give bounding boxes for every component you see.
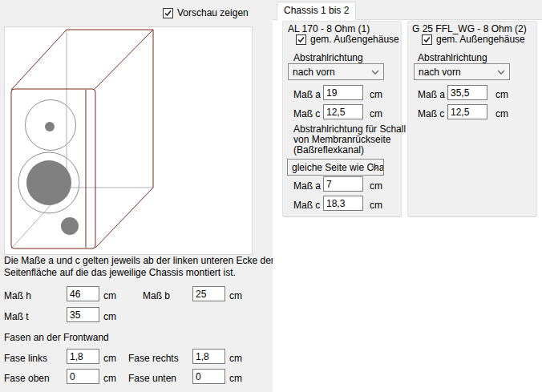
chassis-1-rear-mass-a-label: Maß a [293,180,321,192]
chassis-1-mass-a-input[interactable] [323,85,363,100]
chassis-1-shared-enclosure-checkbox[interactable]: gem. Außengehäuse [296,34,399,45]
fase-oben-unit: cm [103,373,116,384]
chassis-1-direction-dropdown[interactable]: nach vorn [288,63,384,80]
enclosure-preview-drawing [4,26,253,255]
mass-h-unit: cm [103,290,116,301]
mass-b-unit: cm [229,290,242,301]
chevron-down-icon [371,70,379,75]
fase-links-unit: cm [103,353,116,364]
chassis-1-rear-mass-c-unit: cm [370,200,382,211]
chassis-1-rear-mass-a-unit: cm [370,180,382,192]
fase-unten-label: Fase unten [128,373,176,384]
chamfers-section-title: Fasen an der Frontwand [4,332,109,343]
chassis-1-mass-a-label: Maß a [293,89,321,100]
chassis-1-mass-c-unit: cm [370,108,382,119]
checkbox-checked-icon[interactable] [296,34,306,45]
fase-rechts-input[interactable] [192,349,225,364]
tab-label: Chassis 1 bis 2 [284,5,349,16]
fase-oben-input[interactable] [67,369,99,384]
chassis-1-mass-a-unit: cm [370,89,382,100]
enclosure-editor-window: { "preview": { "label": "Vorschau zeigen… [0,0,542,392]
chassis-2-shared-enclosure-checkbox[interactable]: gem. Außengehäuse [422,34,525,45]
chassis-1-direction-label: Abstrahlrichtung [293,52,363,63]
preview-checkbox[interactable]: Vorschau zeigen [163,7,249,18]
fase-unten-unit: cm [229,373,242,384]
fase-links-input[interactable] [67,349,99,364]
chassis-2-direction-label: Abstrahlrichtung [418,52,487,63]
chassis-1-groupbox: AL 170 - 8 Ohm (1) gem. Außengehäuse Abs… [282,21,402,217]
checkbox-checked-icon[interactable] [163,8,173,18]
shared-enclosure-label: gem. Außengehäuse [310,34,399,45]
chassis-1-rear-mass-c-input[interactable] [323,196,363,211]
tab-chassis-1-bis-2[interactable]: Chassis 1 bis 2 [277,2,356,20]
speaker-wireframe [5,27,252,254]
dropdown-value: gleiche Seite wie Chassi [292,162,384,173]
chassis-2-mass-a-unit: cm [495,89,508,100]
mass-b-label: Maß b [143,290,170,301]
rear-direction-label-line2: von Membranrückseite [293,134,390,145]
fase-rechts-label: Fase rechts [128,353,179,364]
bassreflex-port [61,217,79,235]
chassis-2-mass-c-label: Maß c [418,108,444,119]
mass-t-unit: cm [103,311,116,322]
rear-direction-label-line3: (Baßreflexkanal) [293,144,364,156]
shared-enclosure-label: gem. Außengehäuse [436,34,525,45]
chassis-2-title: G 25 FFL_WG - 8 Ohm (2) [412,23,527,34]
mass-h-input[interactable] [67,286,99,301]
chassis-1-rear-mass-c-label: Maß c [293,200,320,211]
chassis-2-mass-c-unit: cm [495,108,508,119]
fase-oben-label: Fase oben [4,373,50,384]
chassis-2-mass-c-input[interactable] [447,104,487,119]
enclosure-panel: Vorschau zeigen Die Maße a und c gelten … [0,0,273,392]
chassis-2-mass-a-label: Maß a [418,89,445,100]
mass-t-label: Maß t [4,311,29,322]
chassis-1-mass-c-label: Maß c [293,108,320,119]
chassis-1-mass-c-input[interactable] [323,104,363,119]
dimensions-note-line2: Seitenfläche auf die das jeweilige Chass… [4,267,236,278]
chevron-down-icon [371,165,379,170]
mass-h-label: Maß h [4,290,31,301]
dimensions-note-line1: Die Maße a und c gelten jeweils ab der l… [4,255,274,266]
tweeter-dome [45,122,55,131]
mass-b-input[interactable] [192,286,225,301]
dropdown-value: nach vorn [419,67,461,78]
preview-checkbox-label: Vorschau zeigen [177,7,249,18]
chassis-1-title: AL 170 - 8 Ohm (1) [288,23,370,34]
checkbox-checked-icon[interactable] [422,34,432,45]
woofer-cone [26,160,71,205]
dropdown-value: nach vorn [293,67,335,78]
fase-links-label: Fase links [4,353,47,364]
chassis-2-groupbox: G 25 FFL_WG - 8 Ohm (2) gem. Außengehäus… [407,21,537,217]
chevron-down-icon [497,70,505,75]
chassis-1-rear-direction-dropdown[interactable]: gleiche Seite wie Chassi [287,159,384,176]
fase-rechts-unit: cm [229,353,242,364]
rear-direction-label-line1: Abstrahlrichtung für Schall [293,123,406,135]
fase-unten-input[interactable] [192,369,225,384]
mass-t-input[interactable] [67,307,99,322]
chassis-2-mass-a-input[interactable] [447,85,487,100]
chassis-1-rear-mass-a-input[interactable] [323,176,363,192]
chassis-2-direction-dropdown[interactable]: nach vorn [414,63,510,80]
